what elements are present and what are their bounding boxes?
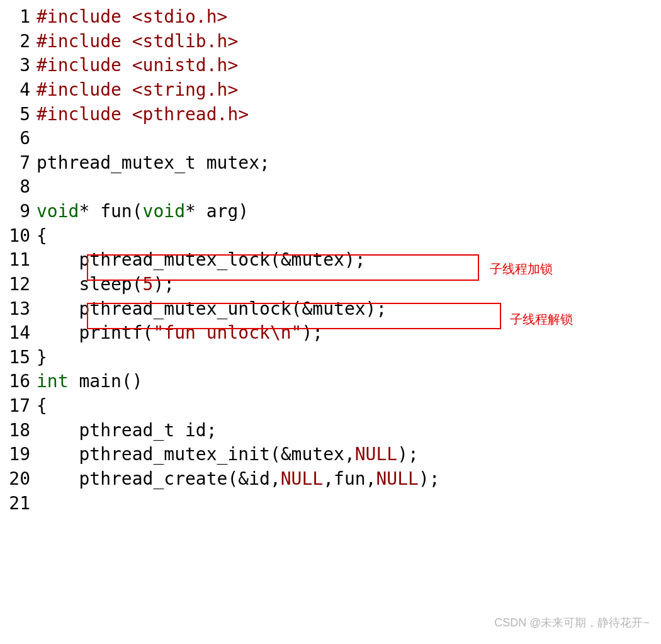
code-block: 1#include <stdio.h>2#include <stdlib.h>3… [3, 5, 661, 516]
code-content: #include <stdlib.h> [37, 30, 661, 54]
line-number: 13 [3, 297, 37, 322]
line-number: 5 [3, 103, 37, 127]
code-line: 19 pthread_mutex_init(&mutex,NULL); [3, 443, 661, 467]
line-number: 18 [3, 419, 37, 443]
code-content: } [37, 346, 661, 370]
line-number: 21 [3, 492, 37, 516]
code-line: 7pthread_mutex_t mutex; [3, 151, 661, 176]
code-line: 6 [3, 127, 661, 151]
code-content: pthread_t id; [37, 419, 661, 443]
code-line: 18 pthread_t id; [3, 419, 661, 443]
code-content: pthread_mutex_lock(&mutex); [37, 248, 661, 273]
line-number: 7 [3, 151, 37, 176]
code-line: 5#include <pthread.h> [3, 103, 661, 127]
code-line: 1#include <stdio.h> [3, 5, 661, 30]
line-number: 2 [3, 30, 37, 54]
line-number: 16 [3, 370, 37, 394]
line-number: 9 [3, 200, 37, 224]
line-number: 8 [3, 175, 37, 200]
code-line: 2#include <stdlib.h> [3, 30, 661, 54]
code-line: 21 [3, 492, 661, 516]
code-content: void* fun(void* arg) [37, 200, 661, 224]
code-line: 8 [3, 175, 661, 200]
code-line: 16int main() [3, 370, 661, 394]
line-number: 3 [3, 54, 37, 78]
line-number: 12 [3, 273, 37, 297]
line-number: 19 [3, 443, 37, 467]
code-content: #include <pthread.h> [37, 103, 661, 127]
highlight-label-lock: 子线程加锁 [490, 261, 553, 278]
code-line: 15} [3, 346, 661, 370]
line-number: 11 [3, 248, 37, 273]
code-content: { [37, 394, 661, 419]
code-line: 9void* fun(void* arg) [3, 200, 661, 224]
code-content: int main() [37, 370, 661, 394]
line-number: 20 [3, 467, 37, 492]
code-content: sleep(5); [37, 273, 661, 297]
watermark: CSDN @未来可期，静待花开~ [494, 615, 650, 630]
code-content: #include <unistd.h> [37, 54, 661, 78]
code-line: 20 pthread_create(&id,NULL,fun,NULL); [3, 467, 661, 492]
line-number: 10 [3, 224, 37, 249]
code-line: 12 sleep(5); [3, 273, 661, 297]
code-content: pthread_create(&id,NULL,fun,NULL); [37, 467, 661, 492]
code-content: pthread_mutex_init(&mutex,NULL); [37, 443, 661, 467]
code-line: 11 pthread_mutex_lock(&mutex); [3, 248, 661, 273]
line-number: 17 [3, 394, 37, 419]
line-number: 1 [3, 5, 37, 30]
code-line: 3#include <unistd.h> [3, 54, 661, 78]
code-content: { [37, 224, 661, 249]
highlight-label-unlock: 子线程解锁 [510, 311, 573, 328]
code-content: #include <stdio.h> [37, 5, 661, 30]
code-content: #include <string.h> [37, 78, 661, 103]
line-number: 15 [3, 346, 37, 370]
code-line: 17{ [3, 394, 661, 419]
code-line: 4#include <string.h> [3, 78, 661, 103]
code-line: 10{ [3, 224, 661, 249]
line-number: 6 [3, 127, 37, 151]
line-number: 14 [3, 321, 37, 346]
line-number: 4 [3, 78, 37, 103]
code-content: pthread_mutex_t mutex; [37, 151, 661, 176]
